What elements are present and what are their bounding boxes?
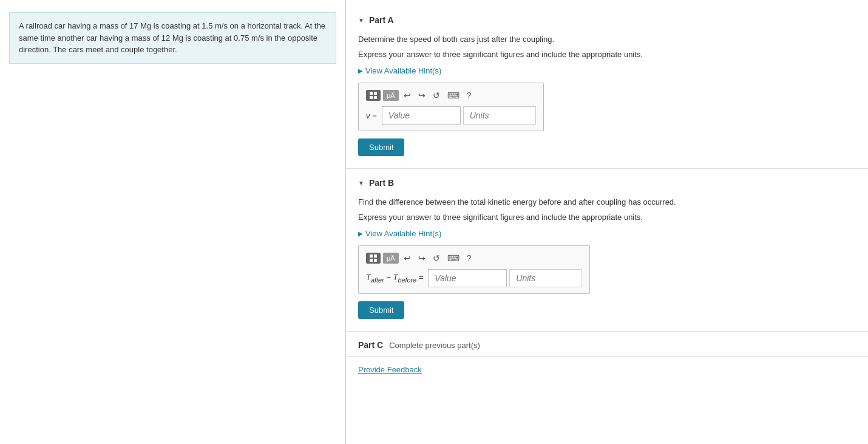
part-a-value-input[interactable]: [382, 106, 461, 125]
part-c-section: Part C Complete previous part(s): [346, 332, 868, 357]
right-panel: ▼ Part A Determine the speed of both car…: [346, 0, 868, 444]
part-b-var-label: Tafter − Tbefore =: [366, 273, 423, 284]
part-b-instruction: Express your answer to three significant…: [358, 211, 856, 224]
part-b-section: ▼ Part B Find the difference between the…: [346, 169, 868, 332]
part-b-mu-label: μÄ: [387, 254, 395, 262]
part-b-units-input[interactable]: [509, 269, 582, 287]
part-a-reset-button[interactable]: ↺: [430, 89, 442, 101]
hint-b-arrow-icon: ▶: [358, 230, 363, 237]
part-b-reset-button[interactable]: ↺: [430, 252, 442, 264]
part-b-header: ▼ Part B: [358, 178, 856, 188]
part-b-collapse-arrow[interactable]: ▼: [358, 180, 364, 186]
hint-a-arrow-icon: ▶: [358, 67, 363, 74]
feedback-section: Provide Feedback: [346, 357, 868, 383]
grid-icon: [370, 92, 377, 99]
part-a-units-input[interactable]: [463, 106, 536, 125]
left-panel: A railroad car having a mass of 17 Mg is…: [0, 0, 346, 444]
part-c-title: Part C: [358, 340, 383, 350]
part-a-hint-link[interactable]: ▶ View Available Hint(s): [358, 66, 856, 75]
part-a-input-row: v =: [366, 106, 536, 125]
part-a-undo-button[interactable]: ↩: [401, 89, 413, 101]
problem-text: A railroad car having a mass of 17 Mg is…: [9, 12, 336, 64]
part-b-grid-button[interactable]: [366, 253, 381, 264]
part-b-value-input[interactable]: [428, 269, 507, 287]
part-a-collapse-arrow[interactable]: ▼: [358, 17, 364, 24]
problem-statement: A railroad car having a mass of 17 Mg is…: [19, 21, 325, 54]
part-a-instruction: Express your answer to three significant…: [358, 49, 856, 61]
part-a-section: ▼ Part A Determine the speed of both car…: [346, 6, 868, 169]
part-c-message: Complete previous part(s): [389, 341, 480, 350]
part-a-var-label: v =: [366, 111, 377, 120]
part-a-mu-button[interactable]: μÄ: [383, 90, 399, 101]
part-b-answer-box: μÄ ↩ ↪ ↺ ⌨ ? Tafter − Tbefore =: [358, 245, 590, 294]
part-a-mu-label: μÄ: [387, 92, 395, 99]
part-b-grid-icon: [370, 254, 377, 262]
provide-feedback-link[interactable]: Provide Feedback: [358, 365, 422, 374]
part-a-toolbar: μÄ ↩ ↪ ↺ ⌨ ?: [366, 89, 536, 101]
part-b-toolbar: μÄ ↩ ↪ ↺ ⌨ ?: [366, 252, 582, 264]
part-b-hint-link[interactable]: ▶ View Available Hint(s): [358, 229, 856, 238]
part-b-mu-button[interactable]: μÄ: [383, 253, 399, 264]
part-b-description: Find the difference between the total ki…: [358, 196, 856, 208]
part-a-answer-box: μÄ ↩ ↪ ↺ ⌨ ? v =: [358, 83, 544, 131]
part-a-submit-button[interactable]: Submit: [358, 138, 404, 156]
part-b-submit-button[interactable]: Submit: [358, 301, 404, 319]
part-a-title: Part A: [369, 15, 394, 25]
part-a-grid-button[interactable]: [366, 90, 381, 101]
part-b-help-button[interactable]: ?: [464, 252, 474, 264]
part-a-description: Determine the speed of both cars just af…: [358, 33, 856, 46]
part-a-help-button[interactable]: ?: [464, 89, 474, 101]
part-b-title: Part B: [369, 178, 394, 188]
part-b-undo-button[interactable]: ↩: [401, 252, 413, 264]
part-a-redo-button[interactable]: ↪: [416, 89, 428, 101]
part-b-keyboard-button[interactable]: ⌨: [445, 252, 462, 264]
part-a-hint-label: View Available Hint(s): [365, 66, 441, 75]
part-a-header: ▼ Part A: [358, 15, 856, 25]
part-b-input-row: Tafter − Tbefore =: [366, 269, 582, 287]
part-b-redo-button[interactable]: ↪: [416, 252, 428, 264]
part-b-hint-label: View Available Hint(s): [365, 229, 441, 238]
part-a-keyboard-button[interactable]: ⌨: [445, 89, 462, 101]
